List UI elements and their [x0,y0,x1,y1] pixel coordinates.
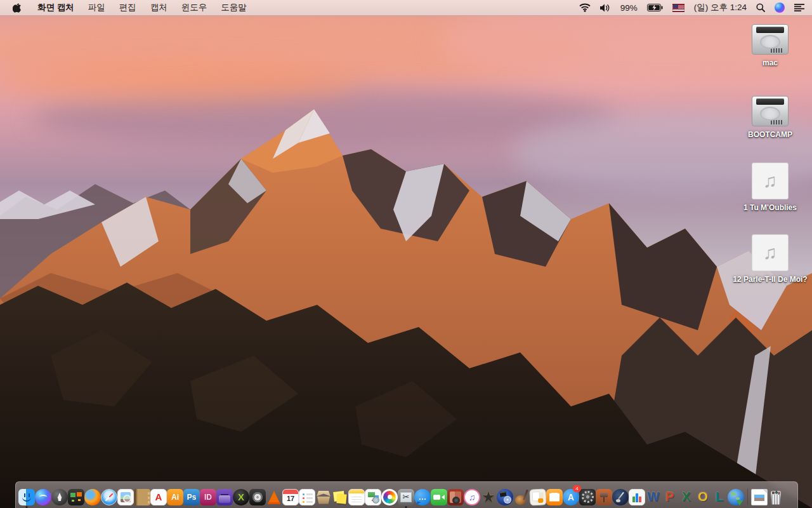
messages-dock-icon[interactable]: … [414,487,431,507]
sierra-mountain-wallpaper [0,0,812,508]
icon-glyph: W [648,490,660,504]
menu-bar-clock[interactable]: (일) 오후 1:24 [694,2,747,13]
lync-dock-icon[interactable]: L [711,487,728,507]
icon-glyph: X [238,491,244,502]
imovie-icon: ★ [480,489,497,505]
garageband-dock-icon[interactable] [513,487,530,507]
wifi-icon[interactable] [579,3,591,12]
finder-dock-icon[interactable] [18,487,35,507]
mission-control-dock-icon[interactable] [68,487,84,507]
active-app-menu[interactable]: 화면 캡처 [30,0,81,15]
hard-drive-icon [752,24,789,55]
imovie-dock-icon[interactable]: ★ [480,487,497,507]
firefox-icon [84,489,101,505]
app-store-dock-icon[interactable]: A4 [563,487,579,507]
pages-dock-icon[interactable] [612,487,629,507]
contacts-dock-icon[interactable] [134,487,150,507]
itunes-dock-icon[interactable]: ♫ [464,487,480,507]
system-preferences-dock-icon[interactable] [579,487,596,507]
icon-glyph: … [419,492,427,502]
ibooks-dock-icon[interactable] [546,487,563,507]
dock: AAiPsIDX17✂…♫★A4WPXOL [15,481,798,508]
desktop-icon-audio-file-1[interactable]: ♫1 Tu M'Oublies [732,163,808,212]
launchpad-dock-icon[interactable] [51,487,68,507]
mission-control-icon [68,489,84,505]
calendar-dock-icon[interactable]: 17 [282,487,299,507]
menu-help[interactable]: 도움말 [214,0,254,15]
icon-glyph: L [716,490,723,504]
photos-dock-icon[interactable] [381,487,398,507]
facetime-icon [431,489,447,505]
powerpoint-icon: P [662,489,678,505]
excel-icon: X [678,489,695,505]
safari-dock-icon[interactable] [101,487,117,507]
stickies-dock-icon[interactable] [332,487,348,507]
web-downloader-dock-icon[interactable] [728,487,744,507]
indesign-dock-icon[interactable]: ID [200,487,216,507]
music-note-glyph: ♫ [763,242,778,264]
siri-icon[interactable] [775,3,785,13]
media-x-dock-icon[interactable]: X [233,487,249,507]
menu-bar: 화면 캡처 파일 편집 캡처 윈도우 도움말 99% [0,0,812,16]
finder-icon [18,489,35,505]
apple-menu[interactable] [10,0,30,15]
drive-vents [771,48,782,53]
icon-glyph: A [155,491,162,502]
photos-icon [381,489,398,505]
icon-glyph: ID [204,493,212,502]
archive-box-icon [315,489,332,505]
grab-dock-icon[interactable]: ✂ [398,487,414,507]
trash-dock-icon[interactable] [768,487,784,507]
outlook-dock-icon[interactable]: O [695,487,711,507]
notification-center-icon[interactable] [794,4,804,11]
vlc-dock-icon[interactable] [266,487,282,507]
installer-doc-dock-icon[interactable] [365,487,381,507]
icon-glyph: Ps [187,493,197,502]
keynote-dock-icon[interactable] [596,487,612,507]
photo-booth-dock-icon[interactable] [447,487,464,507]
menu-file[interactable]: 파일 [81,0,112,15]
web-downloader-icon [728,489,744,505]
photoshop-icon: Ps [183,489,200,505]
archive-box-dock-icon[interactable] [315,487,332,507]
siri-dock-icon[interactable] [35,487,51,507]
idvd-dock-icon[interactable] [497,487,513,507]
menu-edit[interactable]: 편집 [112,0,143,15]
media-x-icon: X [233,489,249,505]
notes-dock-icon[interactable] [348,487,365,507]
calendar-icon: 17 [282,489,299,505]
volume-icon[interactable] [600,4,611,12]
desktop-icon-mac-disk[interactable]: mac [732,24,808,67]
indesign-icon: ID [200,489,216,505]
desktop-icon-label: mac [732,58,808,67]
safari-icon [101,489,117,505]
toast-dock-icon[interactable] [216,487,233,507]
battery-charging-icon[interactable] [647,4,663,11]
audio-file-icon: ♫ [752,234,789,271]
spotlight-search-icon[interactable] [756,3,765,12]
powerpoint-dock-icon[interactable]: P [662,487,678,507]
facetime-dock-icon[interactable] [431,487,447,507]
illustrator-dock-icon[interactable]: Ai [167,487,183,507]
menu-window[interactable]: 윈도우 [174,0,214,15]
word-icon: W [645,489,662,505]
disk-tool-dock-icon[interactable] [249,487,266,507]
input-source-us-flag-icon[interactable] [672,4,684,12]
numbers-dock-icon[interactable] [629,487,645,507]
reminders-dock-icon[interactable] [299,487,315,507]
firefox-dock-icon[interactable] [84,487,101,507]
image-file-dock-icon[interactable] [751,487,768,507]
word-dock-icon[interactable]: W [645,487,662,507]
desktop-background[interactable] [0,0,812,508]
excel-dock-icon[interactable]: X [678,487,695,507]
launchpad-icon [51,489,68,505]
collage-app-dock-icon[interactable] [530,487,546,507]
desktop-icon-audio-file-2[interactable]: ♫12 Parle-T-Il De Moi? [732,234,808,284]
preview-dock-icon[interactable] [117,487,134,507]
system-preferences-icon [579,489,596,505]
menu-capture[interactable]: 캡처 [143,0,174,15]
photoshop-dock-icon[interactable]: Ps [183,487,200,507]
desktop-icon-label: 1 Tu M'Oublies [732,203,808,212]
desktop-icon-bootcamp-disk[interactable]: BOOTCAMP [732,96,808,139]
acrobat-dock-icon[interactable]: A [150,487,167,507]
